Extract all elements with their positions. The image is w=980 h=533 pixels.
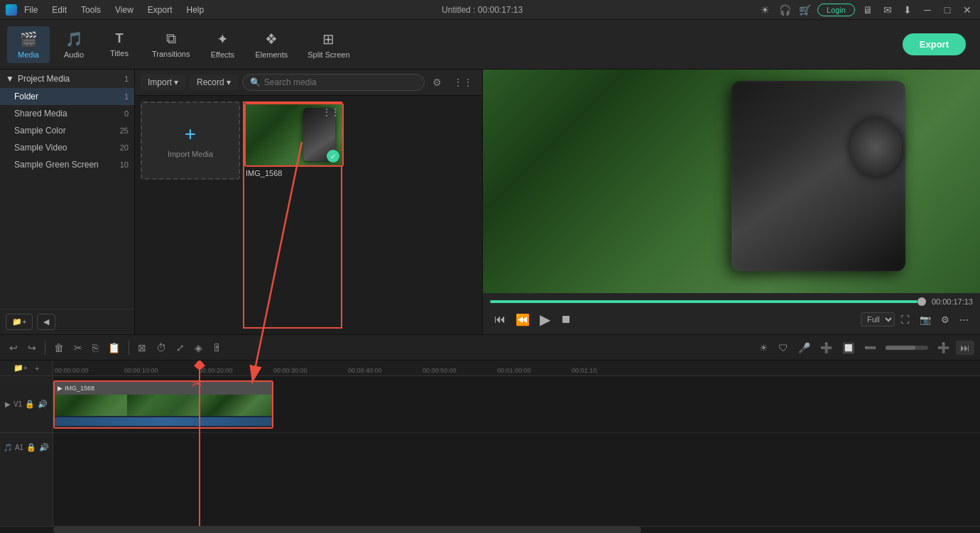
record-button[interactable]: Record ▾: [190, 75, 238, 90]
timeline-end-button[interactable]: ⏭: [956, 341, 974, 355]
track-shield-button[interactable]: 🛡: [775, 340, 792, 356]
lock-icon[interactable]: 🔒: [25, 400, 35, 409]
cut-button[interactable]: ✂: [70, 340, 86, 356]
zoom-select[interactable]: Full: [861, 312, 895, 326]
ruler-mark-5: 00:00:50:00: [423, 367, 457, 374]
play-button[interactable]: ▶: [535, 309, 555, 330]
menu-file[interactable]: File: [21, 4, 40, 16]
preview-panel: 00:00:17:13 ⏮ ⏪ ▶ ⏹ Full ⛶ 📷 ⚙ ⋯: [483, 70, 980, 334]
search-input[interactable]: [264, 77, 417, 87]
menu-export[interactable]: Export: [145, 4, 175, 16]
ruler-mark-3: 00:00:30:00: [273, 367, 307, 374]
minimize-button[interactable]: ─: [920, 3, 935, 17]
add-track-button[interactable]: +: [33, 363, 41, 373]
cart-icon[interactable]: 🛒: [797, 3, 812, 17]
sample-green-label: Sample Green Screen: [14, 160, 120, 170]
toolbar-splitscreen[interactable]: ⊞ Split Screen: [299, 26, 358, 63]
split-button[interactable]: ◈: [191, 340, 206, 356]
menu-help[interactable]: Help: [184, 4, 207, 16]
settings-button[interactable]: ⚙: [937, 312, 954, 327]
menu-edit[interactable]: Edit: [49, 4, 70, 16]
speaker-icon[interactable]: 🔊: [38, 400, 48, 409]
add-media-track-button[interactable]: 📁+: [11, 363, 30, 373]
panel-bottom-buttons: 📁+ ◀: [0, 309, 134, 334]
title-bar-menus: File Edit Tools View Export Help: [21, 4, 207, 16]
toolbar-transitions[interactable]: ⧉ Transitions: [143, 26, 198, 62]
filter-button[interactable]: ⚙: [429, 75, 445, 90]
undo-button[interactable]: ↩: [6, 340, 21, 356]
audio-track-label: 🎵 A1 🔒 🔊: [0, 433, 53, 461]
sidebar-item-folder[interactable]: Folder 1: [0, 88, 134, 105]
toolbar-media[interactable]: 🎬 Media: [7, 26, 50, 63]
plus-icon: +: [185, 123, 196, 145]
step-back-button[interactable]: ⏪: [511, 311, 534, 329]
collapse-panel-button[interactable]: ◀: [37, 314, 55, 330]
zoom-slider[interactable]: [886, 346, 928, 350]
sidebar-item-shared-media[interactable]: Shared Media 0: [0, 105, 134, 122]
video-clip[interactable]: ▶ IMG_1568: [53, 380, 273, 429]
login-button[interactable]: Login: [817, 4, 855, 16]
sidebar-item-sample-color[interactable]: Sample Color 25: [0, 122, 134, 139]
toolbar-elements[interactable]: ❖ Elements: [246, 26, 296, 63]
import-button[interactable]: Import ▾: [141, 75, 185, 90]
scrollbar-thumb: [53, 527, 641, 533]
zoom-minus-button[interactable]: ➖: [861, 340, 880, 356]
timer-button[interactable]: ⏱: [153, 340, 170, 356]
track-add-button[interactable]: ➕: [817, 340, 836, 356]
progress-dot: [918, 297, 926, 306]
more-options-button[interactable]: ⋯: [955, 312, 973, 327]
zoom-fit-button[interactable]: ⤢: [173, 340, 188, 356]
ruler-mark-2: 00:00:20:00: [199, 367, 233, 374]
delete-button[interactable]: 🗑: [50, 340, 67, 356]
paste-button[interactable]: 📋: [104, 340, 124, 356]
notification-icon[interactable]: ☀: [758, 3, 772, 17]
screen-icon[interactable]: 🖥: [861, 3, 875, 17]
media-item-label: IMG_1568: [244, 169, 341, 177]
stop-button[interactable]: ⏹: [556, 311, 576, 328]
audio-speaker-icon[interactable]: 🔊: [39, 443, 49, 452]
add-folder-button[interactable]: 📁+: [6, 314, 33, 330]
sidebar-item-sample-video[interactable]: Sample Video 20: [0, 139, 134, 156]
music-icon: 🎵: [4, 444, 12, 451]
copy-button[interactable]: ⎘: [89, 340, 102, 356]
clip-frame-1: [55, 395, 127, 416]
track-motion-button[interactable]: ☀: [756, 340, 772, 356]
screenshot-button[interactable]: 📷: [915, 312, 935, 327]
export-button[interactable]: Export: [903, 33, 966, 55]
titles-icon: T: [116, 31, 124, 46]
headphone-icon[interactable]: 🎧: [778, 3, 792, 17]
track-remove-button[interactable]: 🔲: [839, 340, 858, 356]
grid-view-button[interactable]: ⋮⋮: [450, 75, 477, 90]
message-icon[interactable]: ✉: [881, 3, 895, 17]
progress-bar[interactable]: [490, 300, 926, 303]
media-item-img1568[interactable]: ⋮⋮ ✓ IMG_1568: [243, 101, 342, 329]
audio-detach-button[interactable]: 🎚: [209, 340, 226, 356]
toolbar-elements-label: Elements: [255, 50, 288, 59]
import-media-placeholder[interactable]: + Import Media: [141, 101, 240, 180]
maximize-button[interactable]: □: [940, 3, 954, 17]
download-icon[interactable]: ⬇: [900, 3, 915, 17]
crop-button[interactable]: ⊠: [134, 340, 150, 356]
menu-tools[interactable]: Tools: [78, 4, 104, 16]
timeline-tracks: 00:00:00:00 00:00:10:00 00:00:20:00 00:0…: [53, 361, 980, 526]
close-button[interactable]: ✕: [960, 3, 974, 17]
menu-view[interactable]: View: [112, 4, 136, 16]
project-media-header[interactable]: ▼ Project Media 1: [0, 70, 134, 88]
skip-back-button[interactable]: ⏮: [490, 311, 510, 328]
toolbar-audio[interactable]: 🎵 Audio: [53, 26, 95, 63]
check-badge-icon: ✓: [327, 150, 339, 163]
timeline-ruler[interactable]: 00:00:00:00 00:00:10:00 00:00:20:00 00:0…: [53, 361, 980, 376]
preview-background: [483, 70, 980, 293]
playhead-line: [199, 376, 200, 432]
track-mic-button[interactable]: 🎤: [795, 340, 814, 356]
timeline-scrollbar[interactable]: [0, 526, 980, 533]
fullscreen-button[interactable]: ⛶: [896, 312, 914, 327]
drag-badge-icon: ⋮⋮: [322, 107, 339, 117]
zoom-plus-button[interactable]: ➕: [934, 340, 953, 356]
audio-lock-icon[interactable]: 🔒: [26, 443, 36, 452]
toolbar-effects[interactable]: ✦ Effects: [201, 26, 244, 63]
sidebar-item-sample-green[interactable]: Sample Green Screen 10: [0, 156, 134, 173]
ruler-mark-1: 00:00:10:00: [124, 367, 158, 374]
redo-button[interactable]: ↪: [24, 340, 40, 356]
toolbar-titles[interactable]: T Titles: [98, 27, 141, 62]
